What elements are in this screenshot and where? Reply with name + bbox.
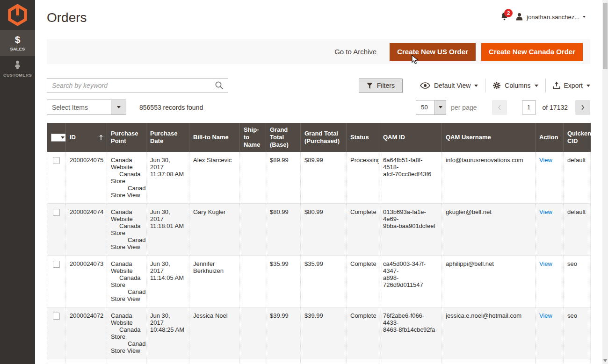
cell-purchase-point: Canada [107,359,146,364]
chevron-down-icon [474,85,478,87]
cell-ship-to-name [240,204,266,256]
per-page-value: 50 [416,100,434,114]
magento-logo[interactable] [0,0,35,30]
col-header-grand-total-purchased[interactable]: Grand Total (Purchased) [301,123,347,152]
previous-page-button[interactable] [492,100,507,115]
cell-id: 2000024071 [66,359,107,364]
cell-ship-to-name [240,307,266,359]
col-header-ship-to-name[interactable]: Ship-to Name [240,123,266,152]
cell-action: View [536,359,564,364]
filters-label: Filters [377,82,395,89]
orders-grid: ID Purchase Point Purchase Date Bill-to … [47,123,590,364]
records-found: 856553 records found [139,104,203,111]
col-header-status[interactable]: Status [347,123,379,152]
user-menu[interactable]: jonathan.sanchez... [515,13,586,21]
sidebar-item-customers[interactable]: CUSTOMERS [0,56,35,82]
cell-quicken-cid: default [564,204,591,256]
chevron-down-icon [111,100,126,114]
cell-status: Complete [347,307,379,359]
page-number-input[interactable] [522,100,536,114]
table-row: 2000024072 Canada Website Canada Store C… [47,307,591,359]
cell-purchase-date: Jun 30, 2017 11:37:08 AM [146,152,189,204]
chevron-right-icon [580,104,585,111]
view-selector[interactable]: Default View [413,82,485,89]
view-link[interactable]: View [539,260,552,267]
grid-controls-row: Select Items 856553 records found 50 per… [47,100,590,115]
chevron-down-icon [586,85,590,87]
columns-selector[interactable]: Columns [485,81,545,90]
sidebar-item-label: SALES [1,47,34,51]
cell-qam-username: brandon@ellis-hale.com [442,359,536,364]
cell-qam-id: 013b693a-fa1e-4e69- 9bba-baa901dcfeef [379,204,442,256]
cell-grand-total-purchased: $35.99 [301,256,347,307]
cell-status: Processing [347,152,379,204]
dollar-icon: $ [1,34,34,45]
sidebar-item-sales[interactable]: $ SALES [0,30,35,56]
search-box [47,78,228,93]
col-header-grand-total-base[interactable]: Grand Total (Base) [266,123,301,152]
col-header-quicken-cid[interactable]: Quicken CID [564,123,591,152]
cell-qam-id: 76f2abe6-f066-4433- 8463-8fb14cbc92fa [379,307,442,359]
view-link[interactable]: View [539,208,552,215]
cell-status: Complete [347,256,379,307]
cell-grand-total-purchased: $89.99 [301,152,347,204]
cell-quicken-cid: default [564,359,591,364]
scrollbar-down-arrow-icon[interactable] [603,359,607,362]
select-all-dropdown[interactable] [51,134,67,142]
cell-grand-total-base: $80.99 [266,204,301,256]
cell-ship-to-name [240,359,266,364]
col-header-purchase-point[interactable]: Purchase Point [107,123,146,152]
cell-purchase-date: Jun 30, 2017 11:18:01 AM [146,204,189,256]
cell-action: View [536,307,564,359]
pagination: 50 per page of 17132 [416,100,590,115]
orders-table: ID Purchase Point Purchase Date Bill-to … [47,123,591,364]
row-checkbox[interactable] [53,157,60,164]
scrollbar-thumb[interactable] [603,3,608,69]
sidebar: $ SALES CUSTOMERS [0,0,35,364]
cell-qam-username: jessica.e.noel@hotmail.com [442,307,536,359]
vertical-scrollbar[interactable] [602,0,608,364]
table-row: 2000024073 Canada Website Canada Store C… [47,256,591,307]
create-new-canada-order-button[interactable]: Create New Canada Order [481,43,583,61]
select-items-dropdown[interactable]: Select Items [47,100,126,115]
table-row: 2000024074 Canada Website Canada Store C… [47,204,591,256]
filters-button[interactable]: Filters [359,79,403,93]
columns-label: Columns [505,82,530,89]
go-to-archive-button[interactable]: Go to Archive [334,48,376,56]
create-new-us-order-button[interactable]: Create New US Order [390,43,476,61]
row-checkbox[interactable] [53,209,60,216]
view-link[interactable]: View [539,312,552,319]
col-header-qam-username[interactable]: QAM Username [442,123,536,152]
export-button[interactable]: Export [546,82,590,89]
col-header-bill-to-name[interactable]: Bill-to Name [189,123,240,152]
customer-icon [1,60,34,71]
view-link[interactable]: View [539,157,552,164]
page-title: Orders [47,10,87,25]
search-input[interactable] [47,78,228,93]
cell-purchase-date: Jun 30, 2017 11:14:05 AM [146,256,189,307]
cell-checkbox [47,204,66,256]
col-header-id[interactable]: ID [66,123,107,152]
cell-checkbox [47,359,66,364]
cell-id: 2000024072 [66,307,107,359]
col-header-qam-id[interactable]: QAM ID [379,123,442,152]
cell-quicken-cid: seo [564,256,591,307]
per-page-dropdown[interactable]: 50 [416,100,446,115]
cell-ship-to-name [240,152,266,204]
chevron-left-icon [497,104,502,111]
select-items-label: Select Items [47,100,111,114]
search-icon[interactable] [215,81,224,92]
next-page-button[interactable] [575,100,590,115]
cell-qam-username: info@taurusrenovations.com [442,152,536,204]
cell-purchase-point: Canada Website Canada Store Canada Store… [107,256,146,307]
export-label: Export [564,82,583,89]
cell-quicken-cid: seo [564,307,591,359]
cell-action: View [536,256,564,307]
chevron-down-icon [535,85,538,87]
notifications-button[interactable]: 2 [500,12,509,21]
row-checkbox[interactable] [53,261,60,268]
cell-grand-total-purchased: $80.99 [301,359,347,364]
row-checkbox[interactable] [53,313,60,320]
cell-qam-id: 6a64fb51-fa8f-4518- afcf-70cc0edf43f6 [379,152,442,204]
col-header-purchase-date[interactable]: Purchase Date [146,123,189,152]
